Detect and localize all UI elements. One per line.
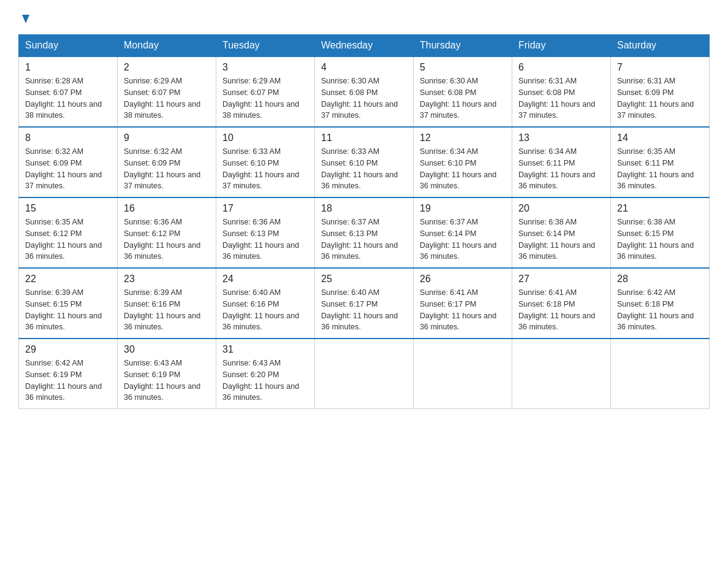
day-number: 6	[518, 62, 604, 73]
day-info: Sunrise: 6:39 AM Sunset: 6:16 PM Dayligh…	[124, 287, 210, 333]
calendar-cell	[315, 339, 414, 409]
day-info: Sunrise: 6:30 AM Sunset: 6:08 PM Dayligh…	[321, 75, 407, 121]
calendar-cell	[414, 339, 512, 409]
day-info: Sunrise: 6:40 AM Sunset: 6:17 PM Dayligh…	[321, 287, 407, 333]
svg-marker-0	[22, 15, 29, 23]
calendar-table: SundayMondayTuesdayWednesdayThursdayFrid…	[18, 34, 710, 409]
calendar-cell: 9 Sunrise: 6:32 AM Sunset: 6:09 PM Dayli…	[118, 127, 216, 197]
calendar-cell: 6 Sunrise: 6:31 AM Sunset: 6:08 PM Dayli…	[512, 56, 611, 127]
day-number: 12	[420, 132, 506, 144]
calendar-cell	[611, 339, 710, 409]
calendar-week-row: 22 Sunrise: 6:39 AM Sunset: 6:15 PM Dayl…	[19, 268, 710, 339]
calendar-cell: 22 Sunrise: 6:39 AM Sunset: 6:15 PM Dayl…	[19, 268, 118, 339]
calendar-cell: 14 Sunrise: 6:35 AM Sunset: 6:11 PM Dayl…	[611, 127, 710, 197]
calendar-cell: 7 Sunrise: 6:31 AM Sunset: 6:09 PM Dayli…	[611, 56, 710, 127]
day-number: 11	[321, 132, 407, 144]
calendar-header-monday: Monday	[118, 35, 216, 57]
day-info: Sunrise: 6:32 AM Sunset: 6:09 PM Dayligh…	[124, 146, 210, 192]
calendar-cell: 4 Sunrise: 6:30 AM Sunset: 6:08 PM Dayli…	[315, 56, 414, 127]
calendar-cell: 26 Sunrise: 6:41 AM Sunset: 6:17 PM Dayl…	[414, 268, 512, 339]
calendar-cell: 25 Sunrise: 6:40 AM Sunset: 6:17 PM Dayl…	[315, 268, 414, 339]
calendar-cell: 31 Sunrise: 6:43 AM Sunset: 6:20 PM Dayl…	[216, 339, 315, 409]
day-number: 3	[222, 62, 308, 73]
calendar-cell: 2 Sunrise: 6:29 AM Sunset: 6:07 PM Dayli…	[118, 56, 216, 127]
calendar-cell: 19 Sunrise: 6:37 AM Sunset: 6:14 PM Dayl…	[414, 197, 512, 268]
day-number: 18	[321, 203, 407, 214]
calendar-cell: 23 Sunrise: 6:39 AM Sunset: 6:16 PM Dayl…	[118, 268, 216, 339]
day-info: Sunrise: 6:42 AM Sunset: 6:18 PM Dayligh…	[617, 287, 703, 333]
calendar-header-wednesday: Wednesday	[315, 35, 414, 57]
logo	[18, 12, 32, 28]
day-info: Sunrise: 6:35 AM Sunset: 6:11 PM Dayligh…	[617, 146, 703, 192]
day-number: 28	[617, 274, 703, 285]
day-number: 14	[617, 132, 703, 144]
calendar-cell: 28 Sunrise: 6:42 AM Sunset: 6:18 PM Dayl…	[611, 268, 710, 339]
calendar-header-sunday: Sunday	[19, 35, 118, 57]
day-number: 20	[518, 203, 604, 214]
day-info: Sunrise: 6:34 AM Sunset: 6:11 PM Dayligh…	[518, 146, 604, 192]
calendar-cell: 11 Sunrise: 6:33 AM Sunset: 6:10 PM Dayl…	[315, 127, 414, 197]
day-info: Sunrise: 6:40 AM Sunset: 6:16 PM Dayligh…	[222, 287, 308, 333]
day-info: Sunrise: 6:37 AM Sunset: 6:13 PM Dayligh…	[321, 216, 407, 262]
day-info: Sunrise: 6:37 AM Sunset: 6:14 PM Dayligh…	[420, 216, 506, 262]
calendar-cell: 24 Sunrise: 6:40 AM Sunset: 6:16 PM Dayl…	[216, 268, 315, 339]
day-info: Sunrise: 6:43 AM Sunset: 6:19 PM Dayligh…	[124, 358, 210, 404]
day-number: 15	[25, 203, 111, 214]
day-number: 9	[124, 132, 210, 144]
calendar-week-row: 8 Sunrise: 6:32 AM Sunset: 6:09 PM Dayli…	[19, 127, 710, 197]
day-number: 13	[518, 132, 604, 144]
day-number: 27	[518, 274, 604, 285]
day-info: Sunrise: 6:31 AM Sunset: 6:08 PM Dayligh…	[518, 75, 604, 121]
calendar-week-row: 29 Sunrise: 6:42 AM Sunset: 6:19 PM Dayl…	[19, 339, 710, 409]
day-info: Sunrise: 6:28 AM Sunset: 6:07 PM Dayligh…	[25, 75, 111, 121]
day-number: 17	[222, 203, 308, 214]
calendar-header-tuesday: Tuesday	[216, 35, 315, 57]
day-info: Sunrise: 6:31 AM Sunset: 6:09 PM Dayligh…	[617, 75, 703, 121]
calendar-header-saturday: Saturday	[611, 35, 710, 57]
day-info: Sunrise: 6:41 AM Sunset: 6:18 PM Dayligh…	[518, 287, 604, 333]
calendar-cell: 1 Sunrise: 6:28 AM Sunset: 6:07 PM Dayli…	[19, 56, 118, 127]
day-info: Sunrise: 6:33 AM Sunset: 6:10 PM Dayligh…	[321, 146, 407, 192]
day-info: Sunrise: 6:29 AM Sunset: 6:07 PM Dayligh…	[124, 75, 210, 121]
day-info: Sunrise: 6:29 AM Sunset: 6:07 PM Dayligh…	[222, 75, 308, 121]
page-header	[18, 12, 710, 28]
calendar-cell: 3 Sunrise: 6:29 AM Sunset: 6:07 PM Dayli…	[216, 56, 315, 127]
calendar-week-row: 15 Sunrise: 6:35 AM Sunset: 6:12 PM Dayl…	[19, 197, 710, 268]
day-info: Sunrise: 6:36 AM Sunset: 6:12 PM Dayligh…	[124, 216, 210, 262]
calendar-cell: 17 Sunrise: 6:36 AM Sunset: 6:13 PM Dayl…	[216, 197, 315, 268]
day-number: 4	[321, 62, 407, 73]
day-number: 19	[420, 203, 506, 214]
day-info: Sunrise: 6:42 AM Sunset: 6:19 PM Dayligh…	[25, 358, 111, 404]
calendar-cell: 12 Sunrise: 6:34 AM Sunset: 6:10 PM Dayl…	[414, 127, 512, 197]
calendar-header-thursday: Thursday	[414, 35, 512, 57]
day-number: 7	[617, 62, 703, 73]
day-number: 30	[124, 344, 210, 355]
day-info: Sunrise: 6:38 AM Sunset: 6:15 PM Dayligh…	[617, 216, 703, 262]
day-info: Sunrise: 6:36 AM Sunset: 6:13 PM Dayligh…	[222, 216, 308, 262]
calendar-cell: 13 Sunrise: 6:34 AM Sunset: 6:11 PM Dayl…	[512, 127, 611, 197]
day-info: Sunrise: 6:39 AM Sunset: 6:15 PM Dayligh…	[25, 287, 111, 333]
day-number: 16	[124, 203, 210, 214]
day-number: 21	[617, 203, 703, 214]
day-number: 10	[222, 132, 308, 144]
calendar-cell: 30 Sunrise: 6:43 AM Sunset: 6:19 PM Dayl…	[118, 339, 216, 409]
day-number: 1	[25, 62, 111, 73]
day-info: Sunrise: 6:30 AM Sunset: 6:08 PM Dayligh…	[420, 75, 506, 121]
day-info: Sunrise: 6:32 AM Sunset: 6:09 PM Dayligh…	[25, 146, 111, 192]
calendar-cell	[512, 339, 611, 409]
calendar-cell: 15 Sunrise: 6:35 AM Sunset: 6:12 PM Dayl…	[19, 197, 118, 268]
day-info: Sunrise: 6:33 AM Sunset: 6:10 PM Dayligh…	[222, 146, 308, 192]
day-info: Sunrise: 6:38 AM Sunset: 6:14 PM Dayligh…	[518, 216, 604, 262]
calendar-cell: 8 Sunrise: 6:32 AM Sunset: 6:09 PM Dayli…	[19, 127, 118, 197]
calendar-cell: 18 Sunrise: 6:37 AM Sunset: 6:13 PM Dayl…	[315, 197, 414, 268]
day-number: 2	[124, 62, 210, 73]
calendar-cell: 16 Sunrise: 6:36 AM Sunset: 6:12 PM Dayl…	[118, 197, 216, 268]
calendar-header-row: SundayMondayTuesdayWednesdayThursdayFrid…	[19, 35, 710, 57]
day-number: 25	[321, 274, 407, 285]
day-info: Sunrise: 6:43 AM Sunset: 6:20 PM Dayligh…	[222, 358, 308, 404]
day-number: 5	[420, 62, 506, 73]
calendar-cell: 29 Sunrise: 6:42 AM Sunset: 6:19 PM Dayl…	[19, 339, 118, 409]
day-number: 26	[420, 274, 506, 285]
calendar-cell: 20 Sunrise: 6:38 AM Sunset: 6:14 PM Dayl…	[512, 197, 611, 268]
day-number: 31	[222, 344, 308, 355]
